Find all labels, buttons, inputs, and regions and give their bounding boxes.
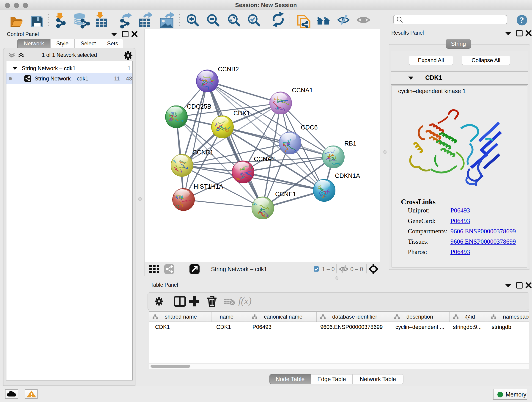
svg-text:CCNE1: CCNE1 bbox=[275, 191, 296, 198]
svg-text:HIST1H1A: HIST1H1A bbox=[194, 183, 223, 190]
svg-text:CDKN1A: CDKN1A bbox=[335, 172, 360, 179]
svg-text:CCNA1: CCNA1 bbox=[292, 87, 313, 94]
svg-text:CCNB1: CCNB1 bbox=[192, 149, 214, 156]
svg-text:f(x): f(x) bbox=[238, 296, 252, 306]
svg-text:CDC6: CDC6 bbox=[301, 124, 318, 131]
svg-text:0 – 0: 0 – 0 bbox=[350, 266, 363, 272]
svg-text:CDK1: CDK1 bbox=[234, 110, 250, 117]
svg-text:CCNB2: CCNB2 bbox=[218, 66, 239, 73]
svg-text:CDC25B: CDC25B bbox=[187, 103, 211, 110]
svg-text:String Network – cdk1: String Network – cdk1 bbox=[211, 266, 267, 272]
svg-text:?: ? bbox=[520, 16, 524, 25]
svg-text:1 – 0: 1 – 0 bbox=[322, 266, 335, 272]
svg-text:CCNA2: CCNA2 bbox=[254, 156, 275, 162]
svg-text:RB1: RB1 bbox=[344, 140, 356, 147]
